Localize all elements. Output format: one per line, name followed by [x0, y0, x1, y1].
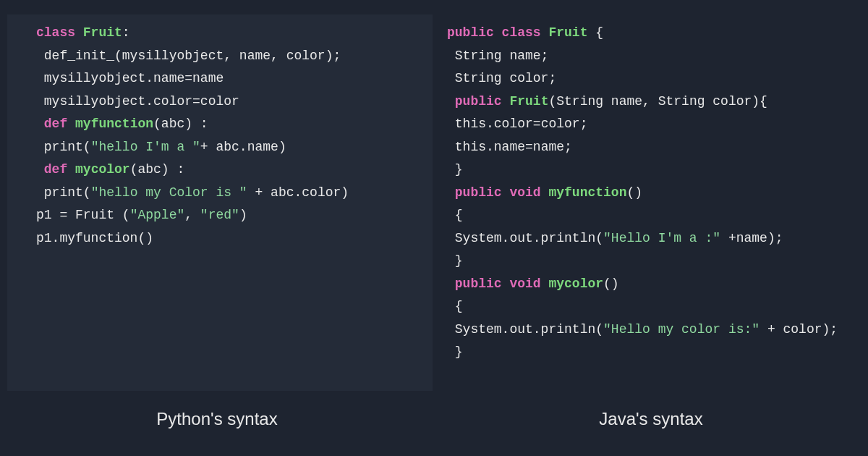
- java-line: }: [447, 159, 861, 182]
- python-line: p1 = Fruit ("Apple", "red"): [36, 204, 418, 227]
- code-token: "red": [200, 208, 239, 222]
- code-token: this: [447, 140, 486, 154]
- java-line: public Fruit(String name, String color){: [447, 90, 861, 114]
- code-token: mysillyobject.color=color: [36, 94, 239, 109]
- code-token: (abc) :: [130, 162, 185, 177]
- java-label: Java's syntax: [434, 409, 868, 429]
- code-token: {: [447, 299, 463, 313]
- code-token: myfunction: [75, 117, 153, 131]
- code-token: mycolor: [548, 276, 603, 291]
- code-token: String name;: [447, 48, 548, 63]
- labels-row: Python's syntax Java's syntax: [0, 391, 868, 456]
- code-token: + color);: [760, 322, 838, 337]
- java-line: }: [447, 250, 861, 273]
- code-token: }: [447, 253, 463, 268]
- code-token: [36, 117, 44, 131]
- java-line: String name;: [447, 45, 861, 68]
- code-token: p1.myfunction(): [36, 231, 153, 245]
- code-token: Fruit: [83, 25, 122, 40]
- code-token: public: [455, 94, 510, 109]
- python-label: Python's syntax: [0, 409, 434, 429]
- code-token: (abc) :: [153, 117, 208, 131]
- code-token: def_init_(mysillyobject, name, color);: [36, 48, 341, 63]
- code-token: ,: [184, 208, 200, 222]
- code-token: String color;: [447, 71, 556, 85]
- code-token: [447, 94, 455, 109]
- java-line: this.name=name;: [447, 136, 861, 159]
- code-token: }: [447, 162, 463, 177]
- code-token: +name);: [720, 231, 783, 245]
- python-line: def myfunction(abc) :: [36, 113, 418, 136]
- java-line: this.color=color;: [447, 113, 861, 136]
- code-token: "Hello I'm a :": [603, 231, 720, 245]
- code-token: print(: [36, 185, 91, 200]
- python-line: def_init_(mysillyobject, name, color);: [36, 45, 418, 68]
- python-line: print("hello I'm a "+ abc.name): [36, 136, 418, 159]
- code-token: + abc.color): [247, 185, 349, 200]
- code-token: System.out.println(: [447, 231, 603, 245]
- python-line: class Fruit:: [36, 22, 418, 45]
- java-line: public void myfunction(): [447, 182, 861, 205]
- code-token: myfunction: [548, 185, 626, 200]
- code-token: [447, 185, 455, 200]
- code-token: "Apple": [130, 208, 185, 222]
- code-token: mysillyobject.name=name: [36, 71, 224, 85]
- code-token: def: [44, 162, 75, 177]
- code-token: "hello I'm a ": [91, 140, 200, 154]
- java-line: System.out.println("Hello my color is:" …: [447, 318, 861, 342]
- java-line: public class Fruit {: [447, 22, 861, 45]
- python-line: print("hello my Color is " + abc.color): [36, 182, 418, 205]
- code-token: .color=color;: [486, 117, 587, 131]
- code-token: class: [36, 25, 83, 40]
- code-token: print(: [36, 140, 91, 154]
- java-line: {: [447, 204, 861, 227]
- code-token: {: [587, 25, 603, 40]
- code-token: "hello my Color is ": [91, 185, 247, 200]
- python-line: mysillyobject.color=color: [36, 90, 418, 114]
- java-line: }: [447, 341, 861, 364]
- code-token: (): [603, 276, 619, 291]
- code-token: System.out.println(: [447, 322, 603, 337]
- code-token: :: [122, 25, 130, 40]
- java-line: public void mycolor(): [447, 273, 861, 296]
- python-line: p1.myfunction(): [36, 227, 418, 250]
- code-token: mycolor: [75, 162, 130, 177]
- java-line: String color;: [447, 67, 861, 90]
- python-line: mysillyobject.name=name: [36, 67, 418, 90]
- java-code-panel: public class Fruit { String name; String…: [433, 14, 868, 391]
- code-token: Fruit: [509, 94, 548, 109]
- code-token: public void: [455, 185, 549, 200]
- code-token: .name=name;: [486, 140, 572, 154]
- code-token: }: [447, 345, 463, 359]
- code-token: + abc.name): [200, 140, 286, 154]
- code-token: Fruit: [548, 25, 587, 40]
- python-code-panel: class Fruit: def_init_(mysillyobject, na…: [7, 14, 433, 391]
- code-token: public void: [455, 276, 549, 291]
- code-comparison-container: class Fruit: def_init_(mysillyobject, na…: [0, 0, 868, 391]
- code-token: p1 = Fruit (: [36, 208, 130, 222]
- code-token: (String name, String color){: [548, 94, 767, 109]
- code-token: public class: [447, 25, 548, 40]
- code-token: (): [626, 185, 642, 200]
- code-token: ): [239, 208, 247, 222]
- code-token: [447, 276, 455, 291]
- code-token: {: [447, 208, 463, 222]
- python-line: def mycolor(abc) :: [36, 159, 418, 182]
- java-line: System.out.println("Hello I'm a :" +name…: [447, 227, 861, 250]
- code-token: def: [44, 117, 75, 131]
- code-token: "Hello my color is:": [603, 322, 760, 337]
- java-line: {: [447, 295, 861, 318]
- code-token: [36, 162, 44, 177]
- code-token: this: [447, 117, 486, 131]
